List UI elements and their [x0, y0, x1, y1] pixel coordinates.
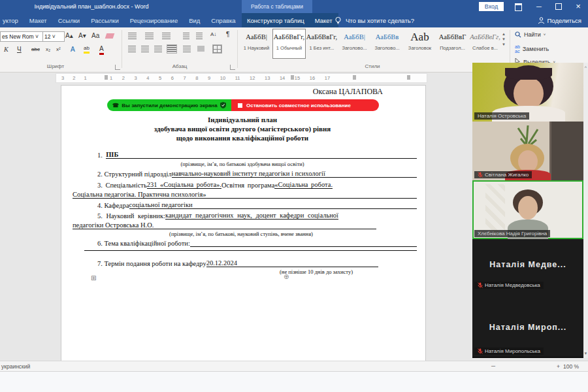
- ruler-table-marker[interactable]: [105, 75, 108, 80]
- underline-button[interactable]: Ч: [17, 44, 22, 55]
- contextual-tabs: Конструктор таблиц Макет: [242, 13, 338, 27]
- video-call-panel[interactable]: Наталія Островська Світлана Жигалко Хлєб…: [472, 63, 583, 358]
- video-tile[interactable]: Світлана Жигалко: [472, 122, 583, 180]
- tab-view[interactable]: Вид: [189, 17, 200, 24]
- increase-indent-icon[interactable]: [196, 33, 203, 39]
- shading-icon[interactable]: [197, 46, 204, 52]
- font-name-combo[interactable]: es New Rom ˅: [0, 31, 43, 42]
- style-normal[interactable]: АаБбВвГг,1 Обычный: [273, 29, 305, 58]
- decrease-indent-icon[interactable]: [183, 33, 189, 39]
- lightbulb-icon: [335, 16, 342, 25]
- find-button[interactable]: Найти˅: [515, 31, 546, 38]
- close-button[interactable]: ×: [570, 0, 587, 13]
- sign-in-button[interactable]: Вход: [479, 2, 504, 11]
- style-subtle-emphasis[interactable]: АаБбВвГг,Слабое в...: [469, 29, 501, 58]
- pilcrow-icon[interactable]: ¶: [226, 29, 229, 40]
- tab-layout[interactable]: Макет: [29, 17, 47, 24]
- document-scrollbar[interactable]: ^ ▼: [583, 63, 588, 358]
- justify-icon[interactable]: [167, 45, 176, 53]
- superscript-button[interactable]: x²: [56, 44, 61, 55]
- sort-icon[interactable]: А↓: [210, 29, 216, 40]
- font-size-combo[interactable]: 12 ˅: [42, 31, 65, 42]
- stop-share-label: Остановить совместное использование: [246, 103, 351, 108]
- video-tile-no-video[interactable]: Наталія Медве... Наталія Медведовська: [472, 239, 583, 298]
- tab-table-design[interactable]: Конструктор таблиц: [247, 17, 304, 24]
- tab-mailings[interactable]: Рассылки: [91, 17, 119, 24]
- stop-share-button[interactable]: Остановить совместное использование: [231, 99, 379, 111]
- table-insert-row-icon[interactable]: ⊕: [284, 273, 289, 280]
- item-3-line1: 3. Спеціальність 231 «Соціальна робота».…: [97, 181, 417, 189]
- person-icon: [538, 17, 545, 24]
- ribbon-display-options-icon[interactable]: [510, 0, 527, 13]
- font-group-label: Шрифт: [36, 63, 75, 69]
- zoom-level[interactable]: 100 %: [563, 363, 579, 370]
- italic-button[interactable]: К: [4, 44, 8, 55]
- clear-format-icon[interactable]: [105, 33, 115, 39]
- video-tile-active-speaker[interactable]: Хлєбнікова Надія Григорівна: [472, 180, 583, 239]
- grow-font-button[interactable]: А▴: [65, 31, 73, 41]
- replace-button[interactable]: abac Заменить: [515, 44, 549, 54]
- styles-gallery-scroll[interactable]: ▲▼▼: [502, 31, 506, 47]
- zoom-in-button[interactable]: +: [557, 363, 560, 370]
- tab-help[interactable]: Справка: [211, 17, 235, 24]
- align-right-icon[interactable]: [154, 46, 162, 52]
- shield-check-icon: [220, 102, 226, 108]
- participant-name-label: Наталія Островська: [474, 112, 529, 120]
- share-button[interactable]: Поделиться: [538, 13, 581, 27]
- participant-name-label: Світлана Жигалко: [474, 171, 532, 178]
- style-heading2[interactable]: АаБбВвЗаголово...: [371, 29, 403, 58]
- item-5-line1: 5. Науковий керівник: кандидат педагогіч…: [97, 212, 417, 220]
- ruler[interactable]: 3 2 1 1 2 3 4 5 6 7 8 9 10 11 12 13 14 1…: [56, 73, 427, 83]
- tab-partial[interactable]: уктор: [3, 17, 18, 24]
- bullets-icon[interactable]: [128, 33, 137, 39]
- style-heading1[interactable]: АаБбВ|Заголово...: [338, 29, 370, 58]
- muted-mic-icon: [478, 348, 483, 354]
- tell-me-label: Что вы хотите сделать?: [346, 17, 414, 24]
- style-naukoviy[interactable]: АаБбВ|1 Науковий: [240, 29, 272, 58]
- subscript-button[interactable]: x₂: [46, 44, 50, 55]
- align-left-icon[interactable]: [128, 46, 136, 52]
- search-icon: [515, 31, 521, 38]
- language-indicator[interactable]: украинский: [1, 363, 30, 370]
- table-move-handle-icon[interactable]: ⊞: [91, 274, 96, 282]
- style-subtitle[interactable]: АаБбВвГПодзагол...: [436, 29, 468, 58]
- tell-me-box[interactable]: Что вы хотите сделать?: [335, 13, 414, 27]
- item-1: 1. ПІБ: [97, 151, 417, 159]
- style-title[interactable]: AabЗаголовок: [404, 29, 436, 58]
- ruler-table-marker[interactable]: [353, 75, 356, 80]
- tab-references[interactable]: Ссылки: [58, 17, 80, 24]
- strikethrough-button[interactable]: abc: [31, 44, 40, 55]
- zoom-out-button[interactable]: ─: [491, 363, 495, 369]
- numbering-icon[interactable]: [145, 33, 154, 39]
- text-effects-button[interactable]: А: [71, 44, 75, 55]
- align-center-icon[interactable]: [141, 46, 149, 52]
- change-case-button[interactable]: Аа: [91, 31, 99, 41]
- font-color-button[interactable]: А: [99, 44, 104, 55]
- phone-icon: ☎: [112, 103, 119, 108]
- wallpaper-pattern: [485, 184, 505, 237]
- tab-table-layout[interactable]: Макет: [315, 17, 333, 24]
- scroll-up-icon[interactable]: ^: [583, 65, 588, 70]
- video-tile-no-video[interactable]: Наталія Мироп... Наталія Миропольська: [472, 298, 583, 357]
- highlight-button[interactable]: ab: [84, 44, 90, 54]
- ruler-margin-numbers: 3 2 1: [61, 75, 87, 81]
- ruler-table-marker[interactable]: [407, 75, 410, 80]
- item-6-extra-line: [84, 250, 417, 251]
- item-6: 6. Тема кваліфікаційної роботи:: [97, 240, 417, 247]
- shrink-font-button[interactable]: А▾: [78, 31, 86, 41]
- ruler-table-marker[interactable]: [291, 75, 294, 80]
- video-tile[interactable]: Наталія Островська: [472, 63, 583, 122]
- font-dialog-launcher-icon[interactable]: [115, 65, 120, 70]
- document-page[interactable]: Оксана ЦАЛАПОВА ☎ Вы запустили демонстра…: [61, 85, 426, 362]
- tab-review[interactable]: Рецензирование: [130, 17, 178, 24]
- style-no-spacing[interactable]: АаБбВвГг,1 Без инт...: [306, 29, 338, 58]
- restore-button[interactable]: [550, 0, 567, 13]
- muted-mic-icon: [478, 282, 483, 288]
- minimize-button[interactable]: ─: [531, 0, 547, 13]
- contextual-group-label: Работа с таблицами: [242, 0, 312, 13]
- scroll-down-icon[interactable]: ▼: [583, 351, 588, 355]
- borders-icon[interactable]: [213, 45, 221, 53]
- multilevel-list-icon[interactable]: [162, 33, 171, 39]
- line-spacing-icon[interactable]: [183, 46, 191, 52]
- paragraph-dialog-launcher-icon[interactable]: [230, 65, 235, 70]
